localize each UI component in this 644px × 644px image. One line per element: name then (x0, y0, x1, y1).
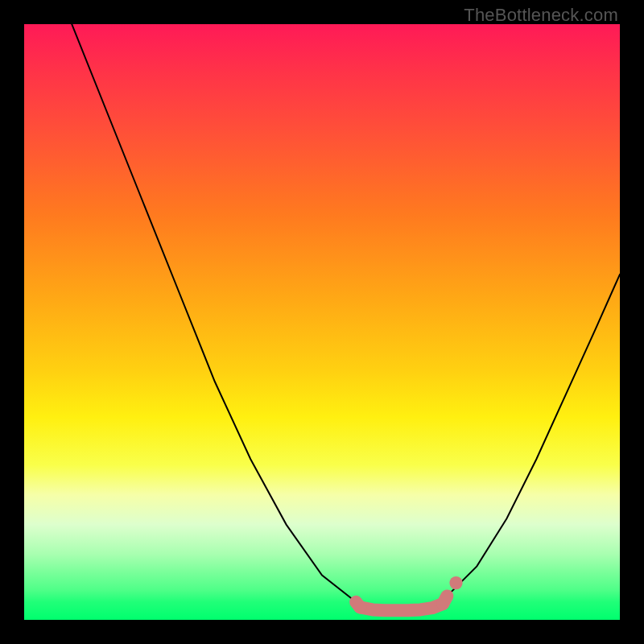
well-end-dot (449, 576, 462, 589)
well-left-cap (356, 602, 360, 608)
plot-area (24, 24, 620, 620)
right-curve (447, 275, 620, 597)
chart-frame: TheBottleneck.com (0, 0, 644, 644)
bottleneck-curve (24, 24, 620, 620)
well-floor-marker (360, 604, 443, 610)
well-right-cap (443, 596, 447, 604)
attribution-label: TheBottleneck.com (464, 5, 618, 26)
left-curve (72, 24, 356, 602)
